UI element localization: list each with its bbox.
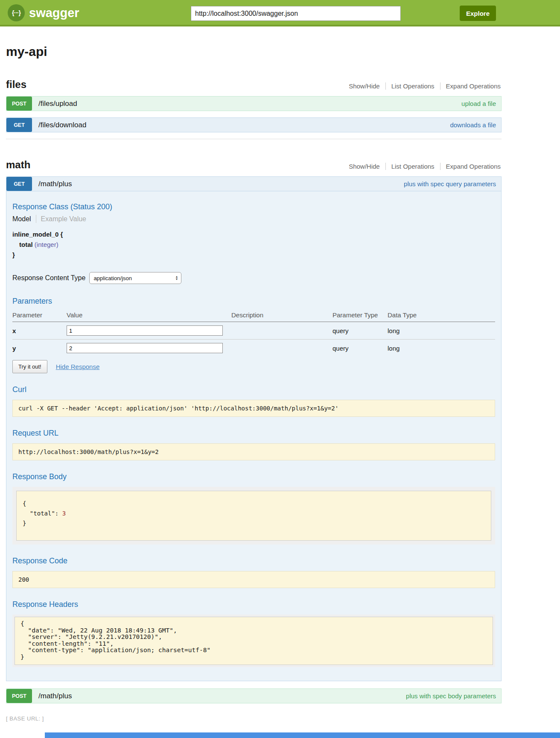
math-list-operations-link[interactable]: List Operations [386, 163, 440, 170]
model-tabs: Model Example Value [12, 215, 495, 223]
post-method-badge[interactable]: POST [6, 97, 32, 111]
curl-command: curl -X GET --header 'Accept: applicatio… [12, 400, 495, 417]
response-body-json: { "total": 3 } [16, 491, 491, 541]
resource-title-math[interactable]: math [6, 159, 30, 171]
parameter-name: y [12, 340, 67, 357]
api-title: my-api [6, 44, 502, 59]
parameter-data-type: long [388, 322, 495, 340]
model-open-line: inline_model_0 { [12, 231, 495, 238]
model-close-line: } [12, 251, 495, 258]
headers-line: { [20, 621, 487, 627]
operation-path[interactable]: /files/download [38, 121, 450, 129]
tab-example-value[interactable]: Example Value [36, 215, 86, 223]
headers-line: } [20, 654, 487, 661]
json-key: "total": [23, 510, 62, 517]
response-body-container: { "total": 3 } [12, 487, 495, 545]
operation-summary-link[interactable]: upload a file [461, 100, 496, 107]
json-close-brace: } [23, 518, 485, 528]
math-show-hide-link[interactable]: Show/Hide [343, 163, 385, 170]
files-expand-operations-link[interactable]: Expand Operations [440, 82, 502, 90]
operation-row-post-files-upload[interactable]: POST /files/upload upload a file [6, 96, 502, 111]
get-method-badge[interactable]: GET [6, 118, 32, 132]
base-url-footer: [ BASE URL: ] [6, 715, 502, 722]
response-headers-heading: Response Headers [12, 600, 495, 609]
operation-path[interactable]: /files/upload [38, 100, 461, 108]
response-class-heading: Response Class (Status 200) [12, 202, 495, 211]
parameter-data-type: long [388, 340, 495, 357]
json-open-brace: { [23, 499, 485, 509]
select-arrows-icon: ▲▼ [175, 275, 178, 281]
spec-url-input[interactable] [191, 6, 401, 21]
try-it-out-button[interactable]: Try it out! [12, 360, 47, 373]
explore-button[interactable]: Explore [460, 6, 496, 21]
model-property: total (integer) [12, 241, 495, 248]
response-headers-json: { "date": "Wed, 22 Aug 2018 18:49:13 GMT… [15, 617, 493, 665]
headers-line: "date": "Wed, 22 Aug 2018 18:49:13 GMT", [20, 627, 487, 634]
files-resource-controls: Show/Hide List Operations Expand Operati… [343, 82, 502, 91]
swagger-logo[interactable]: {···} swagger [8, 4, 79, 21]
model-signature: inline_model_0 { total (integer) } [12, 231, 495, 258]
bottom-blue-bar [45, 732, 560, 738]
json-total-line: "total": 3 [23, 509, 485, 518]
parameters-table: Parameter Value Description Parameter Ty… [12, 310, 495, 357]
operation-path[interactable]: /math/plus [38, 692, 406, 700]
operation-row-get-files-download[interactable]: GET /files/download downloads a file [6, 117, 502, 132]
logo-braces-glyph: {···} [12, 9, 20, 16]
parameter-row-x: x query long [12, 322, 495, 340]
post-method-badge[interactable]: POST [6, 689, 32, 703]
headers-line: "content-type": "application/json; chars… [20, 647, 487, 654]
operation-block-get-math-plus: GET /math/plus plus with spec query para… [6, 176, 502, 681]
headers-line: "server": "Jetty(9.2.21.v20170120)", [20, 634, 487, 641]
parameter-row-y: y query long [12, 340, 495, 357]
operation-summary-link[interactable]: downloads a file [450, 121, 496, 129]
logo-text: swagger [29, 6, 79, 20]
response-content-type-select[interactable]: application/json ▲▼ [89, 272, 181, 284]
files-show-hide-link[interactable]: Show/Hide [343, 82, 385, 90]
try-it-out-row: Try it out! Hide Response [12, 360, 495, 373]
operation-expanded-content: Response Class (Status 200) Model Exampl… [6, 191, 502, 681]
parameter-type: query [332, 340, 388, 357]
model-property-type: (integer) [35, 241, 58, 248]
operation-row-get-math-plus[interactable]: GET /math/plus plus with spec query para… [6, 176, 502, 191]
column-header-value: Value [67, 310, 231, 322]
request-url-value: http://localhost:3000/math/plus?x=1&y=2 [12, 443, 495, 460]
section-divider [6, 139, 502, 139]
parameter-name: x [12, 322, 67, 340]
parameters-heading: Parameters [12, 297, 495, 306]
response-code-value: 200 [12, 571, 495, 588]
json-number-value: 3 [62, 510, 66, 517]
get-method-badge[interactable]: GET [6, 177, 32, 191]
parameter-description [231, 340, 332, 357]
parameter-type: query [332, 322, 388, 340]
operation-summary-link[interactable]: plus with spec body parameters [406, 692, 496, 700]
column-header-parameter-type: Parameter Type [332, 310, 388, 322]
tab-model[interactable]: Model [12, 215, 36, 223]
resource-title-files[interactable]: files [6, 79, 26, 91]
column-header-parameter: Parameter [12, 310, 67, 322]
header-bar: {···} swagger Explore [0, 0, 560, 26]
parameter-y-input[interactable] [67, 343, 223, 353]
operation-row-post-math-plus[interactable]: POST /math/plus plus with spec body para… [6, 688, 502, 703]
math-resource-header: math Show/Hide List Operations Expand Op… [6, 159, 502, 171]
hide-response-link[interactable]: Hide Response [56, 363, 100, 370]
operation-summary-link[interactable]: plus with spec query parameters [404, 180, 496, 187]
response-headers-container: { "date": "Wed, 22 Aug 2018 18:49:13 GMT… [12, 615, 495, 667]
selected-content-type: application/json [93, 275, 132, 281]
curl-heading: Curl [12, 385, 495, 394]
files-resource-header: files Show/Hide List Operations Expand O… [6, 79, 502, 91]
parameter-x-input[interactable] [67, 325, 223, 336]
response-content-type-row: Response Content Type application/json ▲… [12, 272, 495, 284]
math-resource-controls: Show/Hide List Operations Expand Operati… [343, 163, 502, 171]
request-url-heading: Request URL [12, 429, 495, 438]
model-property-name: total [19, 241, 33, 248]
response-content-type-label: Response Content Type [12, 274, 85, 282]
response-body-heading: Response Body [12, 472, 495, 481]
column-header-data-type: Data Type [388, 310, 495, 322]
headers-line: "content-length": "11", [20, 641, 487, 647]
files-list-operations-link[interactable]: List Operations [386, 82, 440, 90]
operation-path[interactable]: /math/plus [38, 180, 404, 188]
swagger-logo-icon: {···} [8, 4, 25, 21]
column-header-description: Description [231, 310, 332, 322]
main-container: my-api files Show/Hide List Operations E… [6, 44, 502, 722]
math-expand-operations-link[interactable]: Expand Operations [440, 163, 502, 170]
